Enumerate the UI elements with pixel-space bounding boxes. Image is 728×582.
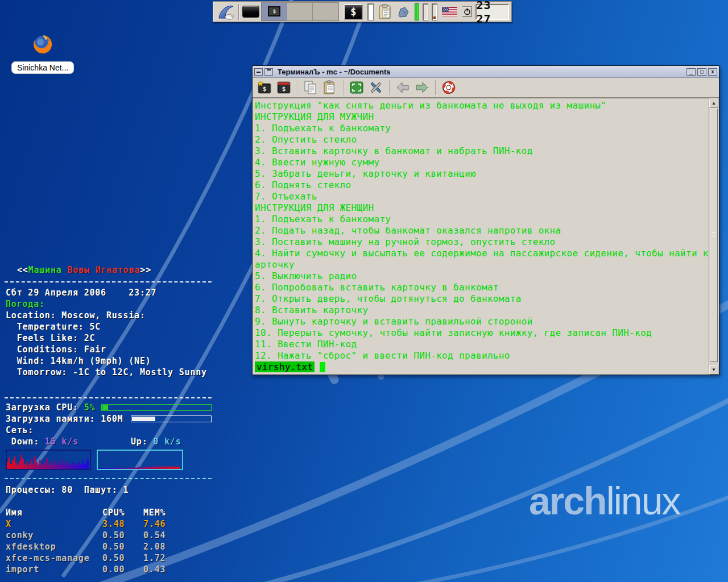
terminal-line: 3. Вставить карточку в банкомат и набрат… [255, 146, 709, 157]
window-icon [242, 6, 259, 18]
window-shade-button[interactable] [254, 68, 263, 76]
new-session-button[interactable]: $ [256, 79, 273, 96]
back-arrow-icon [395, 81, 410, 94]
copy-icon [303, 80, 318, 95]
stone-icon [396, 5, 410, 19]
status-filename: virshy.txt [255, 361, 315, 372]
close-button[interactable]: x [708, 68, 717, 76]
toolbar-separator [435, 80, 436, 95]
maximize-button[interactable]: □ [697, 68, 706, 76]
clipboard-button[interactable] [378, 2, 392, 22]
pager-cell[interactable] [313, 3, 338, 20]
download-graph [6, 450, 91, 470]
panel-slider-3[interactable] [432, 3, 437, 20]
terminal-line: 7. Отъехать [255, 191, 709, 202]
paste-button[interactable] [321, 79, 338, 96]
forward-arrow-icon [415, 81, 429, 94]
tools-icon [369, 80, 383, 95]
arch-logo-icon [216, 3, 236, 20]
pager-cell-active[interactable]: $ [262, 3, 287, 20]
fullscreen-icon [349, 80, 364, 95]
toolbar-separator [389, 80, 390, 95]
window-menu-button[interactable] [264, 68, 273, 76]
conky-wind: Wind: 14km/h (9mph) (NE) [6, 356, 151, 366]
terminal-line: 3. Поставить машину на ручной тормоз, оп… [255, 236, 709, 248]
terminal-line: Инструкция "как снять деньги из банкомат… [255, 100, 709, 111]
conky-divider [5, 281, 212, 282]
top-panel: $ $ [213, 1, 512, 22]
terminal-line: ИНСТРУКЦИЯ ДЛЯ ЖЕНЩИН [255, 202, 709, 214]
desktop: archlinux Sinichka Net... $ [0, 0, 728, 582]
terminal-line: 11. Ввести ПИН-код [255, 339, 709, 350]
terminal-line: 6. Поднять стекло [255, 180, 709, 191]
cpu-meter [101, 404, 212, 411]
copy-button[interactable] [302, 79, 319, 96]
toolbar-separator [343, 80, 344, 95]
process-row: X3.487.46 [6, 519, 193, 530]
terminal-line: 5. Выключить радио [255, 271, 709, 282]
show-desktop-button[interactable] [241, 2, 260, 22]
conky-up-line: Up: 0 k/s [131, 436, 181, 447]
arch-menu-button[interactable] [216, 2, 236, 22]
terminal-content[interactable]: Инструкция "как снять деньги из банкомат… [253, 98, 719, 375]
toolbar-separator [297, 80, 297, 95]
conky-divider [5, 478, 212, 479]
title-bar[interactable]: ТерминалЪ - mc - ~/Documents _ □ x [253, 66, 719, 78]
svg-text:$: $ [263, 85, 267, 93]
back-button[interactable] [394, 79, 411, 96]
process-table: ИмяCPU%MEM% X3.487.46conky0.500.54xfdesk… [6, 508, 193, 576]
scrollbar-grip [712, 232, 715, 237]
conky-temperature: Temperature: 5C [6, 322, 101, 332]
stone-applet-button[interactable] [396, 2, 410, 22]
fullscreen-button[interactable] [348, 79, 365, 96]
terminal-line: 6. Попробовать вставить карточку в банко… [255, 282, 709, 293]
minimize-button[interactable]: _ [686, 68, 696, 76]
process-row: xfce-mcs-manage0.501.72 [6, 553, 193, 564]
panel-slider-2[interactable] [423, 3, 428, 20]
terminal-line: 1. Подъехать к банкомату [255, 214, 709, 225]
conky-divider [5, 397, 212, 398]
conky-location: Location: Moscow, Russia: [6, 310, 146, 321]
terminal-line: 2. Опустить стекло [255, 134, 709, 146]
conky-conditions: Conditions: Fair [6, 344, 106, 355]
pager-cell[interactable] [287, 3, 313, 20]
terminal-line: 10. Перерыть сумочку, чтобы найти записн… [255, 327, 709, 339]
scrollbar[interactable]: ▲ ▼ [709, 98, 718, 375]
power-icon [464, 8, 471, 15]
scroll-down-button[interactable]: ▼ [709, 365, 718, 375]
terminal-window: ТерминалЪ - mc - ~/Documents _ □ x $ $ [252, 65, 719, 375]
desktop-icon-label: Sinichka Net... [11, 61, 74, 74]
panel-slider-1[interactable] [367, 3, 373, 20]
window-title: ТерминалЪ - mc - ~/Documents [278, 68, 685, 76]
firefox-shortcut[interactable]: Sinichka Net... [11, 33, 74, 74]
svg-text:$: $ [282, 85, 286, 93]
us-flag-icon [442, 7, 457, 16]
help-button[interactable] [440, 79, 457, 96]
forward-button[interactable] [413, 79, 431, 96]
conky-monitor: <<Машина Вовы Игнатова>> Сбт 29 Апреля 2… [0, 263, 217, 582]
brand-linux: linux [606, 479, 680, 522]
scrollbar-thumb[interactable] [710, 109, 718, 362]
preferences-button[interactable] [367, 79, 384, 96]
terminal-line: 2. Подать назад, чтобы банкомат оказался… [255, 225, 709, 236]
scroll-up-button[interactable]: ▲ [709, 98, 718, 108]
process-table-header: ИмяCPU%MEM% [6, 508, 193, 519]
terminal-line: 4. Ввести нужную сумму [255, 157, 709, 168]
panel-clock[interactable]: 23 27 [475, 4, 509, 20]
keyboard-layout-button[interactable] [442, 2, 457, 22]
terminal-launcher-button[interactable]: $ [344, 2, 363, 22]
conky-down-line: Down: 15 k/s [6, 436, 78, 447]
terminal-line: 1. Подъехать к банкомату [255, 123, 709, 134]
firefox-icon [31, 33, 54, 56]
process-row: conky0.500.54 [6, 530, 193, 542]
panel-separator [238, 4, 239, 20]
new-window-button[interactable]: $ [275, 79, 292, 96]
conky-feels-like: Feels Like: 2C [6, 333, 95, 343]
volume-level-bar[interactable] [415, 3, 419, 20]
clipboard-icon [378, 4, 392, 20]
terminal-line: 7. Открыть дверь, чтобы дотянуться до ба… [255, 293, 709, 305]
lock-screen-button[interactable] [462, 6, 471, 17]
new-session-icon: $ [257, 81, 272, 95]
new-window-icon: $ [276, 81, 291, 95]
archlinux-watermark: archlinux [529, 479, 680, 523]
